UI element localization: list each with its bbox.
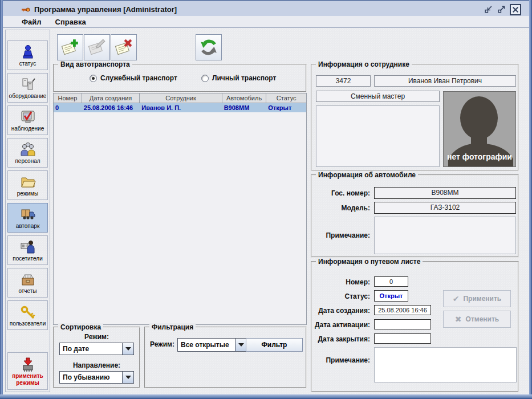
menu-file[interactable]: Файл: [19, 17, 44, 27]
equipment-icon: [20, 76, 36, 92]
employee-info-group: Информация о сотруднике 3472 Иванов Иван…: [311, 64, 519, 171]
radio-icon: [90, 75, 97, 82]
employee-notes-area[interactable]: [316, 105, 440, 167]
column-header-status[interactable]: Статус: [266, 93, 306, 103]
edit-waybill-button[interactable]: [84, 34, 110, 60]
app-window: Программа управления [Administrator]: [0, 0, 532, 399]
filter-mode-label: Режим:: [150, 340, 174, 348]
sort-mode-combo[interactable]: По дате: [59, 343, 134, 355]
employee-photo-placeholder: нет фотографии: [443, 91, 516, 167]
waybill-info-group: Информация о путевом листе Номер: 0 Стат…: [311, 261, 519, 392]
sidebar-item-surveillance[interactable]: наблюдение: [7, 105, 48, 135]
fleet-icon: [20, 206, 36, 222]
waybill-number-label: Номер:: [312, 278, 370, 286]
filter-button[interactable]: Фильтр: [246, 338, 303, 352]
waybill-created-field[interactable]: 25.08.2006 16:46: [374, 305, 431, 315]
filtering-group: Фильтрация Режим: Все открытые Фильтр: [144, 327, 307, 388]
status-icon: [20, 44, 36, 60]
window-title: Программа управления [Administrator]: [34, 5, 180, 14]
personnel-icon: [20, 141, 36, 157]
plate-label: Гос. номер:: [312, 189, 370, 197]
sidebar-item-modes[interactable]: режимы: [7, 170, 48, 200]
waybill-closed-field[interactable]: [374, 333, 431, 344]
apply-modes-button[interactable]: применить режимы: [7, 352, 48, 390]
delete-waybill-icon: [114, 38, 133, 57]
users-icon: [20, 304, 36, 320]
no-photo-label: нет фотографии: [444, 152, 515, 162]
window-frame-bottom: [0, 394, 532, 399]
waybill-created-label: Дата создания:: [312, 307, 370, 315]
waybill-info-title: Информация о путевом листе: [316, 258, 423, 266]
refresh-button[interactable]: [196, 34, 222, 60]
menu-bar: Файл Справка: [3, 16, 529, 28]
refresh-icon: [199, 38, 218, 57]
sidebar-item-users[interactable]: пользователи: [7, 300, 48, 330]
menu-help[interactable]: Справка: [52, 17, 89, 27]
check-icon: ✔: [453, 294, 460, 303]
modes-icon: [20, 174, 36, 190]
chevron-down-icon: [122, 372, 133, 383]
waybill-activated-label: Дата активации:: [312, 321, 370, 329]
transport-type-title: Вид автотранспорта: [58, 60, 132, 68]
close-button[interactable]: [510, 4, 521, 15]
waybill-closed-label: Дата закрытия:: [312, 335, 370, 343]
sidebar-item-visitors[interactable]: посетители: [7, 235, 48, 265]
add-waybill-icon: [60, 38, 80, 57]
vehicle-info-title: Информация об автомобиле: [316, 171, 418, 179]
table-row[interactable]: 0 25.08.2006 16:46 Иванов И. П. В908ММ О…: [54, 103, 306, 112]
sidebar-item-personnel[interactable]: персонал: [7, 138, 48, 168]
reports-icon: [20, 271, 36, 287]
visitors-icon: [20, 239, 36, 255]
column-header-employee[interactable]: Сотрудник: [140, 93, 222, 103]
radio-icon: [201, 75, 209, 82]
vehicle-notes-area[interactable]: [374, 217, 516, 254]
sidebar-item-reports[interactable]: отчеты: [7, 268, 48, 298]
title-bar[interactable]: Программа управления [Administrator]: [3, 3, 529, 16]
column-header-number[interactable]: Номер: [54, 93, 82, 103]
column-header-vehicle[interactable]: Автомобиль: [222, 93, 267, 103]
vehicle-info-group: Информация об автомобиле Гос. номер: В90…: [311, 174, 519, 258]
sidebar: статус оборудование: [5, 30, 50, 392]
plate-field: В908ММ: [374, 187, 516, 199]
waybill-status-field: Открыт: [374, 290, 408, 302]
filter-mode-combo[interactable]: Все открытые: [177, 338, 247, 352]
radio-personal-transport[interactable]: Личный транспорт: [201, 74, 276, 82]
employee-info-title: Информация о сотруднике: [316, 60, 412, 68]
sorting-title: Сортировка: [58, 323, 103, 331]
sidebar-item-fleet[interactable]: автопарк: [7, 203, 48, 233]
sidebar-item-status[interactable]: статус: [7, 40, 48, 70]
table-header: Номер Дата создания Сотрудник Автомобиль…: [54, 93, 306, 103]
waybill-number-field[interactable]: 0: [374, 276, 408, 287]
delete-waybill-button[interactable]: [111, 34, 137, 60]
sidebar-item-equipment[interactable]: оборудование: [7, 73, 48, 103]
vehicle-notes-label: Примечание:: [312, 231, 370, 239]
add-waybill-button[interactable]: [57, 34, 83, 60]
model-field: ГАЗ-3102: [374, 202, 516, 214]
minimize-button[interactable]: [484, 5, 493, 14]
surveillance-icon: [20, 109, 36, 125]
window-frame-right: [529, 0, 532, 399]
waybill-activated-field[interactable]: [374, 319, 431, 329]
column-header-created[interactable]: Дата создания: [82, 93, 140, 103]
app-key-icon: [19, 4, 30, 15]
apply-modes-icon: [20, 356, 36, 372]
x-icon: ✖: [455, 315, 462, 324]
apply-button[interactable]: ✔ Применить: [443, 290, 511, 307]
waybill-status-label: Статус:: [312, 292, 370, 300]
chevron-down-icon: [235, 339, 246, 351]
cancel-button[interactable]: ✖ Отменить: [443, 311, 511, 328]
transport-type-group: Вид автотранспорта Служебный транспорт Л…: [53, 64, 307, 92]
employee-id-field: 3472: [316, 75, 371, 87]
waybill-notes-label: Примечание:: [312, 356, 370, 364]
sort-direction-combo[interactable]: По убыванию: [59, 371, 134, 384]
sort-direction-label: Направление:: [54, 361, 139, 369]
sort-mode-label: Режим:: [54, 333, 139, 341]
employee-name-field: Иванов Иван Петрович: [374, 75, 516, 87]
maximize-button[interactable]: [497, 5, 506, 14]
waybill-notes-area[interactable]: [374, 347, 517, 382]
radio-service-transport[interactable]: Служебный транспорт: [90, 74, 177, 82]
model-label: Модель:: [312, 204, 370, 212]
edit-waybill-icon: [87, 38, 107, 57]
waybills-table: Номер Дата создания Сотрудник Автомобиль…: [53, 93, 307, 325]
sorting-group: Сортировка Режим: По дате Направление: П…: [53, 327, 140, 388]
